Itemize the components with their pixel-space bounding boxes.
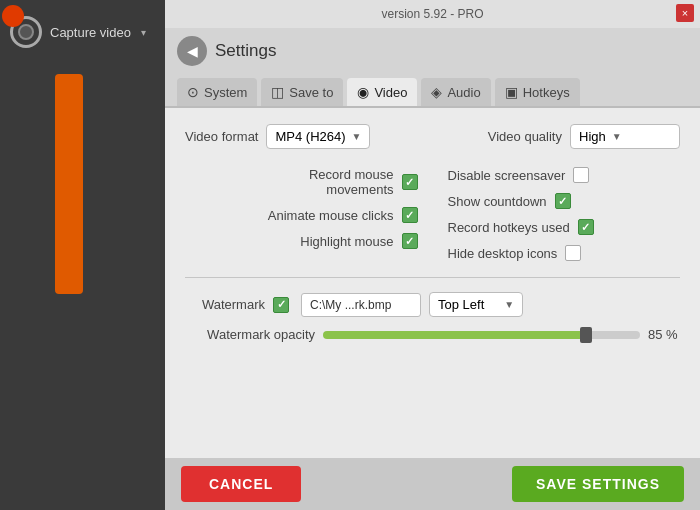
quality-label: Video quality	[488, 129, 562, 144]
opacity-value: 85 %	[648, 327, 680, 342]
tab-saveto[interactable]: ◫ Save to	[261, 78, 343, 106]
back-button[interactable]: ◀	[177, 36, 207, 66]
cancel-button[interactable]: CANCEL	[181, 466, 301, 502]
system-icon: ⊙	[187, 84, 199, 100]
check-disable-screensaver: Disable screensaver	[448, 167, 590, 183]
tabs-row: ⊙ System ◫ Save to ◉ Video ◈ Audio ▣ Hot…	[165, 74, 700, 106]
tab-saveto-label: Save to	[289, 85, 333, 100]
settings-title: Settings	[215, 41, 276, 61]
watermark-label: Watermark	[185, 297, 265, 312]
sidebar: Capture video ▾	[0, 0, 165, 510]
format-dropdown[interactable]: MP4 (H264) ▼	[266, 124, 370, 149]
quality-dropdown[interactable]: High ▼	[570, 124, 680, 149]
tab-video-label: Video	[374, 85, 407, 100]
record-mouse-checkbox[interactable]: ✓	[402, 174, 418, 190]
tab-hotkeys[interactable]: ▣ Hotkeys	[495, 78, 580, 106]
audio-icon: ◈	[431, 84, 442, 100]
show-countdown-check-icon: ✓	[558, 195, 567, 208]
tab-audio[interactable]: ◈ Audio	[421, 78, 490, 106]
video-icon: ◉	[357, 84, 369, 100]
highlight-mouse-checkbox[interactable]: ✓	[402, 233, 418, 249]
main-content: version 5.92 - PRO × ◀ Settings ⊙ System…	[165, 0, 700, 510]
watermark-path-field[interactable]: C:\My ...rk.bmp	[301, 293, 421, 317]
opacity-slider-container: 85 %	[323, 327, 680, 342]
check-record-mouse: Record mousemovements ✓	[309, 167, 418, 197]
sidebar-orange-strip	[55, 74, 83, 294]
record-circle-inner	[18, 24, 34, 40]
quality-group: Video quality High ▼	[488, 124, 680, 149]
title-bar: version 5.92 - PRO ×	[165, 0, 700, 28]
highlight-mouse-label: Highlight mouse	[300, 234, 393, 249]
capture-chevron-icon[interactable]: ▾	[141, 27, 146, 38]
watermark-row: Watermark ✓ C:\My ...rk.bmp Top Left ▼	[185, 292, 680, 317]
hide-desktop-label: Hide desktop icons	[448, 246, 558, 261]
tab-video[interactable]: ◉ Video	[347, 78, 417, 106]
save-settings-button[interactable]: SAVE SETTINGS	[512, 466, 684, 502]
disable-screensaver-label: Disable screensaver	[448, 168, 566, 183]
show-countdown-checkbox[interactable]: ✓	[555, 193, 571, 209]
record-hotkeys-checkbox[interactable]: ✓	[578, 219, 594, 235]
watermark-position-icon: ▼	[504, 299, 514, 310]
hide-desktop-checkbox[interactable]	[565, 245, 581, 261]
opacity-row: Watermark opacity 85 %	[185, 327, 680, 342]
disable-screensaver-checkbox[interactable]	[573, 167, 589, 183]
animate-clicks-label: Animate mouse clicks	[268, 208, 394, 223]
record-mouse-check-icon: ✓	[405, 176, 414, 189]
animate-clicks-checkbox[interactable]: ✓	[402, 207, 418, 223]
sidebar-visual	[0, 54, 165, 510]
tab-system-label: System	[204, 85, 247, 100]
tab-hotkeys-label: Hotkeys	[523, 85, 570, 100]
record-hotkeys-label: Record hotkeys used	[448, 220, 570, 235]
watermark-checkbox[interactable]: ✓	[273, 297, 289, 313]
hotkeys-icon: ▣	[505, 84, 518, 100]
capture-label: Capture video	[50, 25, 131, 40]
check-show-countdown: Show countdown ✓	[448, 193, 571, 209]
format-dropdown-icon: ▼	[352, 131, 362, 142]
check-hide-desktop: Hide desktop icons	[448, 245, 582, 261]
check-highlight-mouse: Highlight mouse ✓	[300, 233, 417, 249]
record-hotkeys-check-icon: ✓	[581, 221, 590, 234]
animate-clicks-check-icon: ✓	[405, 209, 414, 222]
record-mouse-label: Record mousemovements	[309, 167, 394, 197]
opacity-slider-thumb[interactable]	[580, 327, 592, 343]
format-group: Video format MP4 (H264) ▼	[185, 124, 370, 149]
header-row: ◀ Settings	[165, 28, 700, 74]
opacity-slider-track[interactable]	[323, 331, 640, 339]
quality-value: High	[579, 129, 606, 144]
settings-panel: Video format MP4 (H264) ▼ Video quality …	[165, 106, 700, 458]
tab-system[interactable]: ⊙ System	[177, 78, 257, 106]
format-label: Video format	[185, 129, 258, 144]
format-value: MP4 (H264)	[275, 129, 345, 144]
watermark-position-dropdown[interactable]: Top Left ▼	[429, 292, 523, 317]
format-quality-row: Video format MP4 (H264) ▼ Video quality …	[185, 124, 680, 149]
bottom-bar: CANCEL SAVE SETTINGS	[165, 458, 700, 510]
app-logo	[2, 5, 24, 27]
saveto-icon: ◫	[271, 84, 284, 100]
opacity-label: Watermark opacity	[185, 327, 315, 342]
sidebar-header: Capture video ▾	[0, 10, 165, 54]
tab-audio-label: Audio	[447, 85, 480, 100]
version-text: version 5.92 - PRO	[381, 7, 483, 21]
highlight-mouse-check-icon: ✓	[405, 235, 414, 248]
show-countdown-label: Show countdown	[448, 194, 547, 209]
watermark-position-value: Top Left	[438, 297, 484, 312]
check-record-hotkeys: Record hotkeys used ✓	[448, 219, 594, 235]
close-button[interactable]: ×	[676, 4, 694, 22]
divider	[185, 277, 680, 278]
watermark-check-icon: ✓	[277, 298, 286, 311]
quality-dropdown-icon: ▼	[612, 131, 622, 142]
check-animate-clicks: Animate mouse clicks ✓	[268, 207, 418, 223]
